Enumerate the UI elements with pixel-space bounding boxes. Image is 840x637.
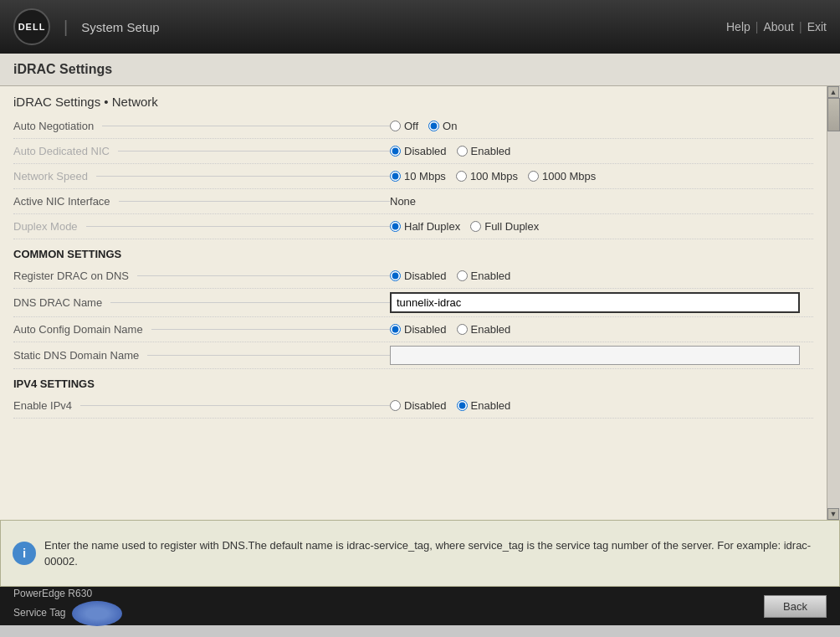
breadcrumb: iDRAC Settings • Network <box>0 86 827 114</box>
network-speed-100[interactable]: 100 Mbps <box>456 170 518 182</box>
footer-service-tag: Service Tag <box>13 601 122 626</box>
enable-ipv4-value: Disabled Enabled <box>390 399 813 412</box>
about-link[interactable]: About <box>763 20 794 33</box>
static-dns-domain-row: Static DNS Domain Name <box>13 342 813 369</box>
auto-dedicated-nic-label: Auto Dedicated NIC <box>13 145 390 157</box>
network-speed-row: Network Speed 10 Mbps 100 Mbps 1000 Mbps <box>13 164 813 189</box>
dell-logo: DELL <box>13 8 50 45</box>
duplex-mode-row: Duplex Mode Half Duplex Full Duplex <box>13 214 813 239</box>
header: DELL | System Setup Help | About | Exit <box>0 0 840 54</box>
info-text: Enter the name used to register with DNS… <box>44 537 826 570</box>
service-tag-blob <box>72 601 122 626</box>
back-button[interactable]: Back <box>764 595 827 618</box>
help-link[interactable]: Help <box>726 20 750 33</box>
info-icon: i <box>13 542 36 565</box>
auto-config-domain-row: Auto Config Domain Name Disabled Enabled <box>13 317 813 342</box>
auto-config-domain-value: Disabled Enabled <box>390 323 813 336</box>
ipv4-settings-title: IPV4 SETTINGS <box>0 369 827 393</box>
auto-negotiation-value: Off On <box>390 120 813 132</box>
auto-config-domain-label: Auto Config Domain Name <box>13 323 390 336</box>
header-left: DELL | System Setup <box>13 8 160 45</box>
enable-ipv4-row: Enable IPv4 Disabled Enabled <box>13 393 813 419</box>
dns-drac-name-row: DNS DRAC Name <box>13 289 813 317</box>
nav-sep1: | <box>755 20 759 33</box>
network-speed-1000[interactable]: 1000 Mbps <box>528 170 596 182</box>
auto-negotiation-row: Auto Negotiation Off On <box>13 114 813 139</box>
scrollbar-up-arrow[interactable]: ▲ <box>827 86 839 98</box>
header-title: System Setup <box>81 20 159 34</box>
auto-negotiation-off[interactable]: Off <box>390 120 418 132</box>
ipv4-settings-section: Enable IPv4 Disabled Enabled <box>0 393 827 419</box>
exit-link[interactable]: Exit <box>807 20 827 33</box>
auto-negotiation-on[interactable]: On <box>428 120 457 132</box>
auto-dedicated-nic-disabled[interactable]: Disabled <box>390 145 447 157</box>
scrollbar-thumb[interactable] <box>827 98 840 131</box>
active-nic-label: Active NIC Interface <box>13 195 390 208</box>
auto-config-enabled[interactable]: Enabled <box>457 323 511 336</box>
network-speed-10[interactable]: 10 Mbps <box>390 170 446 182</box>
register-drac-dns-row: Register DRAC on DNS Disabled Enabled <box>13 264 813 289</box>
header-separator: | <box>64 18 68 37</box>
register-drac-dns-value: Disabled Enabled <box>390 270 813 282</box>
duplex-half[interactable]: Half Duplex <box>390 220 460 233</box>
auto-dedicated-nic-row: Auto Dedicated NIC Disabled Enabled <box>13 139 813 164</box>
footer-product: PowerEdge R630 <box>13 586 122 601</box>
duplex-full[interactable]: Full Duplex <box>470 220 539 233</box>
page-title: iDRAC Settings <box>13 62 827 77</box>
common-settings-section: Register DRAC on DNS Disabled Enabled DN… <box>0 264 827 369</box>
duplex-mode-label: Duplex Mode <box>13 220 390 233</box>
register-drac-dns-label: Register DRAC on DNS <box>13 270 390 282</box>
nav-sep2: | <box>799 20 802 33</box>
header-nav: Help | About | Exit <box>726 20 827 33</box>
enable-ipv4-label: Enable IPv4 <box>13 399 390 412</box>
dns-drac-name-label: DNS DRAC Name <box>13 296 390 309</box>
footer-info: PowerEdge R630 Service Tag <box>13 586 122 626</box>
main-scroll-area: iDRAC Settings • Network Auto Negotiatio… <box>0 86 840 520</box>
settings-section: Auto Negotiation Off On Auto Dedicated N… <box>0 114 827 239</box>
duplex-mode-value: Half Duplex Full Duplex <box>390 220 813 233</box>
auto-dedicated-nic-enabled[interactable]: Enabled <box>457 145 511 157</box>
footer: PowerEdge R630 Service Tag Back <box>0 587 840 625</box>
register-drac-disabled[interactable]: Disabled <box>390 270 447 282</box>
active-nic-row: Active NIC Interface None <box>13 189 813 214</box>
network-speed-label: Network Speed <box>13 170 390 182</box>
auto-negotiation-label: Auto Negotiation <box>13 120 390 132</box>
auto-config-disabled[interactable]: Disabled <box>390 323 447 336</box>
static-dns-domain-value[interactable] <box>390 346 813 365</box>
dns-drac-name-input[interactable] <box>390 292 800 313</box>
ipv4-disabled[interactable]: Disabled <box>390 399 447 412</box>
ipv4-enabled[interactable]: Enabled <box>457 399 511 412</box>
page-title-bar: iDRAC Settings <box>0 54 840 86</box>
register-drac-enabled[interactable]: Enabled <box>457 270 511 282</box>
network-speed-value: 10 Mbps 100 Mbps 1000 Mbps <box>390 170 813 182</box>
active-nic-value: None <box>390 195 813 208</box>
dns-drac-name-value[interactable] <box>390 292 813 313</box>
scrollbar-down-arrow[interactable]: ▼ <box>827 508 839 520</box>
static-dns-domain-label: Static DNS Domain Name <box>13 349 390 362</box>
scrollbar[interactable]: ▲ ▼ <box>827 86 840 520</box>
auto-dedicated-nic-value: Disabled Enabled <box>390 145 813 157</box>
info-box: i Enter the name used to register with D… <box>0 520 840 587</box>
static-dns-domain-input[interactable] <box>390 346 800 365</box>
common-settings-title: COMMON SETTINGS <box>0 239 827 264</box>
